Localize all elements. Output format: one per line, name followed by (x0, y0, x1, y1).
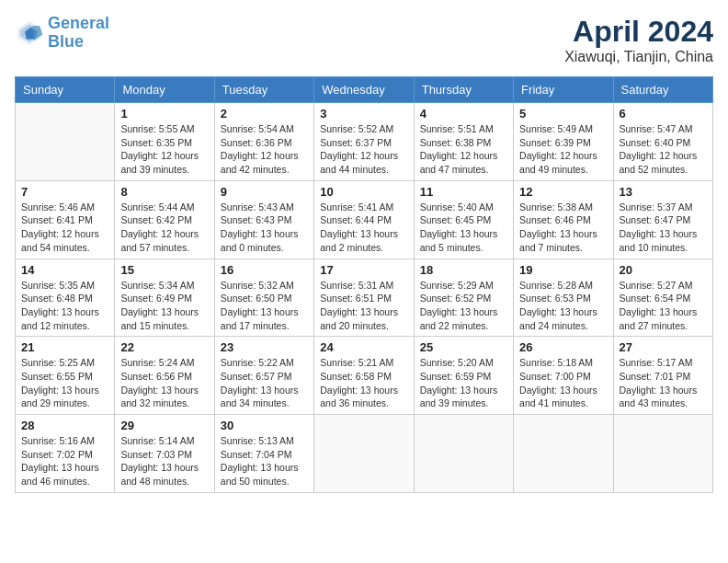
day-number: 22 (120, 340, 208, 354)
day-number: 4 (420, 107, 507, 121)
calendar-cell (613, 415, 712, 493)
day-number: 8 (120, 185, 208, 199)
calendar-header-sunday: Sunday (16, 77, 115, 103)
day-number: 3 (320, 107, 407, 121)
calendar-cell: 12Sunrise: 5:38 AMSunset: 6:46 PMDayligh… (514, 180, 613, 259)
day-number: 17 (320, 263, 407, 277)
day-number: 21 (21, 340, 108, 354)
calendar-cell: 21Sunrise: 5:25 AMSunset: 6:55 PMDayligh… (16, 337, 115, 415)
day-info: Sunrise: 5:31 AMSunset: 6:51 PMDaylight:… (320, 279, 407, 333)
calendar-header-monday: Monday (115, 77, 214, 103)
calendar-cell (314, 415, 414, 493)
logo-general: General (48, 14, 109, 32)
calendar-cell (514, 415, 613, 493)
calendar-header-thursday: Thursday (414, 77, 513, 103)
main-title: April 2024 (564, 15, 713, 49)
day-info: Sunrise: 5:17 AMSunset: 7:01 PMDaylight:… (620, 356, 707, 410)
logo-icon (15, 18, 44, 48)
day-info: Sunrise: 5:21 AMSunset: 6:58 PMDaylight:… (320, 356, 407, 410)
day-number: 14 (21, 263, 108, 277)
day-info: Sunrise: 5:28 AMSunset: 6:53 PMDaylight:… (519, 279, 607, 333)
calendar-cell (16, 103, 115, 181)
day-info: Sunrise: 5:18 AMSunset: 7:00 PMDaylight:… (519, 356, 607, 410)
day-info: Sunrise: 5:52 AMSunset: 6:37 PMDaylight:… (320, 122, 407, 177)
day-info: Sunrise: 5:34 AMSunset: 6:49 PMDaylight:… (120, 279, 208, 333)
day-number: 19 (519, 263, 607, 277)
day-info: Sunrise: 5:37 AMSunset: 6:47 PMDaylight:… (620, 201, 707, 255)
day-number: 9 (221, 185, 308, 199)
day-number: 23 (221, 340, 308, 354)
day-number: 10 (320, 185, 407, 199)
day-info: Sunrise: 5:16 AMSunset: 7:02 PMDaylight:… (21, 434, 108, 488)
calendar-cell: 24Sunrise: 5:21 AMSunset: 6:58 PMDayligh… (314, 337, 414, 415)
day-info: Sunrise: 5:44 AMSunset: 6:42 PMDaylight:… (120, 201, 208, 255)
day-number: 16 (221, 263, 308, 277)
day-info: Sunrise: 5:47 AMSunset: 6:40 PMDaylight:… (620, 122, 707, 177)
day-number: 13 (620, 185, 707, 199)
day-number: 2 (221, 107, 308, 121)
logo: General Blue (15, 15, 109, 52)
calendar-week-row: 28Sunrise: 5:16 AMSunset: 7:02 PMDayligh… (16, 415, 713, 493)
day-info: Sunrise: 5:32 AMSunset: 6:50 PMDaylight:… (221, 279, 308, 333)
calendar-cell: 2Sunrise: 5:54 AMSunset: 6:36 PMDaylight… (214, 103, 313, 181)
day-number: 26 (519, 340, 607, 354)
calendar-cell: 3Sunrise: 5:52 AMSunset: 6:37 PMDaylight… (314, 103, 414, 181)
calendar-cell: 5Sunrise: 5:49 AMSunset: 6:39 PMDaylight… (514, 103, 613, 181)
day-info: Sunrise: 5:40 AMSunset: 6:45 PMDaylight:… (420, 201, 507, 255)
calendar-cell: 18Sunrise: 5:29 AMSunset: 6:52 PMDayligh… (414, 259, 513, 337)
logo-text: General Blue (48, 15, 109, 52)
calendar-cell: 10Sunrise: 5:41 AMSunset: 6:44 PMDayligh… (314, 180, 414, 259)
calendar-cell: 13Sunrise: 5:37 AMSunset: 6:47 PMDayligh… (613, 180, 712, 259)
day-number: 18 (420, 263, 507, 277)
calendar-cell: 16Sunrise: 5:32 AMSunset: 6:50 PMDayligh… (214, 259, 313, 337)
day-info: Sunrise: 5:51 AMSunset: 6:38 PMDaylight:… (420, 122, 507, 177)
calendar-table: SundayMondayTuesdayWednesdayThursdayFrid… (15, 76, 713, 493)
calendar-cell: 23Sunrise: 5:22 AMSunset: 6:57 PMDayligh… (214, 337, 313, 415)
calendar-cell: 8Sunrise: 5:44 AMSunset: 6:42 PMDaylight… (115, 180, 214, 259)
calendar-cell: 11Sunrise: 5:40 AMSunset: 6:45 PMDayligh… (414, 180, 513, 259)
day-number: 1 (120, 107, 208, 121)
calendar-week-row: 7Sunrise: 5:46 AMSunset: 6:41 PMDaylight… (16, 180, 713, 259)
day-number: 15 (120, 263, 208, 277)
day-info: Sunrise: 5:20 AMSunset: 6:59 PMDaylight:… (420, 356, 507, 410)
calendar-week-row: 21Sunrise: 5:25 AMSunset: 6:55 PMDayligh… (16, 337, 713, 415)
day-number: 11 (420, 185, 507, 199)
calendar-header-saturday: Saturday (613, 77, 712, 103)
calendar-cell: 20Sunrise: 5:27 AMSunset: 6:54 PMDayligh… (613, 259, 712, 337)
day-number: 20 (620, 263, 707, 277)
calendar-cell: 4Sunrise: 5:51 AMSunset: 6:38 PMDaylight… (414, 103, 513, 181)
logo-blue: Blue (48, 32, 84, 51)
calendar-cell: 27Sunrise: 5:17 AMSunset: 7:01 PMDayligh… (613, 337, 712, 415)
calendar-cell: 7Sunrise: 5:46 AMSunset: 6:41 PMDaylight… (16, 180, 115, 259)
calendar-header-wednesday: Wednesday (314, 77, 414, 103)
day-info: Sunrise: 5:13 AMSunset: 7:04 PMDaylight:… (221, 434, 308, 488)
day-number: 30 (221, 419, 308, 432)
day-info: Sunrise: 5:55 AMSunset: 6:35 PMDaylight:… (120, 122, 208, 177)
calendar-cell: 14Sunrise: 5:35 AMSunset: 6:48 PMDayligh… (16, 259, 115, 337)
day-info: Sunrise: 5:46 AMSunset: 6:41 PMDaylight:… (21, 201, 108, 255)
calendar-cell (414, 415, 513, 493)
calendar-cell: 26Sunrise: 5:18 AMSunset: 7:00 PMDayligh… (514, 337, 613, 415)
day-info: Sunrise: 5:35 AMSunset: 6:48 PMDaylight:… (21, 279, 108, 333)
calendar-cell: 22Sunrise: 5:24 AMSunset: 6:56 PMDayligh… (115, 337, 214, 415)
day-info: Sunrise: 5:25 AMSunset: 6:55 PMDaylight:… (21, 356, 108, 410)
day-info: Sunrise: 5:27 AMSunset: 6:54 PMDaylight:… (620, 279, 707, 333)
day-number: 24 (320, 340, 407, 354)
calendar-cell: 19Sunrise: 5:28 AMSunset: 6:53 PMDayligh… (514, 259, 613, 337)
calendar-header-tuesday: Tuesday (214, 77, 313, 103)
calendar-cell: 6Sunrise: 5:47 AMSunset: 6:40 PMDaylight… (613, 103, 712, 181)
day-info: Sunrise: 5:24 AMSunset: 6:56 PMDaylight:… (120, 356, 208, 410)
day-info: Sunrise: 5:22 AMSunset: 6:57 PMDaylight:… (221, 356, 308, 410)
day-number: 29 (120, 419, 208, 432)
day-info: Sunrise: 5:49 AMSunset: 6:39 PMDaylight:… (519, 122, 607, 177)
day-number: 12 (519, 185, 607, 199)
subtitle: Xiawuqi, Tianjin, China (564, 49, 713, 65)
calendar-header-friday: Friday (514, 77, 613, 103)
day-number: 28 (21, 419, 108, 432)
title-area: April 2024 Xiawuqi, Tianjin, China (564, 15, 713, 65)
day-info: Sunrise: 5:14 AMSunset: 7:03 PMDaylight:… (120, 434, 208, 488)
day-number: 7 (21, 185, 108, 199)
calendar-cell: 29Sunrise: 5:14 AMSunset: 7:03 PMDayligh… (115, 415, 214, 493)
day-number: 5 (519, 107, 607, 121)
calendar-header-row: SundayMondayTuesdayWednesdayThursdayFrid… (16, 77, 713, 103)
